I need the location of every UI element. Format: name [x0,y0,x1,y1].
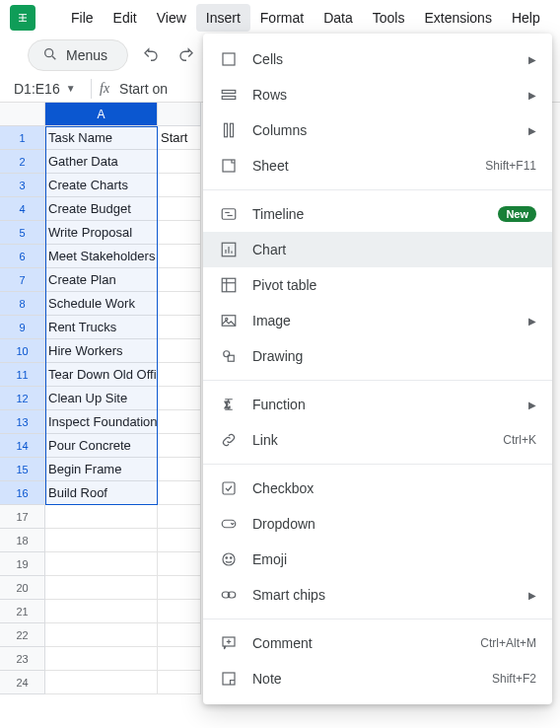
menu-help[interactable]: Help [502,4,550,32]
cell-a4[interactable]: Create Budget [45,197,158,221]
menu-search[interactable]: Menus [28,39,128,71]
cell-a7[interactable]: Create Plan [45,268,158,292]
cell-b1[interactable]: Start [158,126,201,150]
cell-a13[interactable]: Inspect Foundation [45,410,158,434]
row-header[interactable]: 4 [0,197,45,221]
menu-item-cells[interactable]: Cells▶ [203,41,552,77]
cell-a18[interactable] [45,529,158,552]
cell-b12[interactable] [158,387,201,410]
menu-extensions[interactable]: Extensions [414,4,501,32]
cell-b10[interactable] [158,339,201,363]
cell-b18[interactable] [158,529,201,552]
row-header[interactable]: 16 [0,481,45,505]
menu-tools[interactable]: Tools [363,4,415,32]
cell-b7[interactable] [158,268,201,292]
cell-b4[interactable] [158,197,201,221]
cell-b15[interactable] [158,458,201,481]
menu-item-note[interactable]: NoteShift+F2 [203,661,552,696]
row-header[interactable]: 24 [0,671,45,694]
row-header[interactable]: 6 [0,245,45,268]
cell-b3[interactable] [158,174,201,197]
menu-item-emoji[interactable]: Emoji [203,542,552,577]
sheets-logo-icon[interactable] [10,5,35,31]
cell-a3[interactable]: Create Charts [45,174,158,197]
cell-a19[interactable] [45,552,158,576]
cell-a5[interactable]: Write Proposal [45,221,158,245]
cell-b2[interactable] [158,150,201,174]
cell-b8[interactable] [158,292,201,316]
row-header[interactable]: 22 [0,623,45,647]
cell-a21[interactable] [45,600,158,623]
menu-item-chart[interactable]: Chart [203,232,552,267]
cell-a12[interactable]: Clean Up Site [45,387,158,410]
cell-b16[interactable] [158,481,201,505]
row-header[interactable]: 9 [0,316,45,339]
name-box[interactable]: D1:E16 ▼ [14,81,83,97]
cell-a22[interactable] [45,623,158,647]
menu-item-smart-chips[interactable]: Smart chips▶ [203,577,552,613]
cell-a24[interactable] [45,671,158,694]
cell-b20[interactable] [158,576,201,600]
menu-item-link[interactable]: LinkCtrl+K [203,422,552,458]
row-header[interactable]: 3 [0,174,45,197]
cell-b21[interactable] [158,600,201,623]
column-header-a[interactable]: A [45,103,158,126]
cell-a2[interactable]: Gather Data [45,150,158,174]
menu-item-sheet[interactable]: SheetShift+F11 [203,148,552,183]
cell-b11[interactable] [158,363,201,387]
cell-b13[interactable] [158,410,201,434]
redo-button[interactable] [174,42,199,68]
select-all-corner[interactable] [0,103,45,126]
row-header[interactable]: 11 [0,363,45,387]
row-header[interactable]: 23 [0,647,45,671]
row-header[interactable]: 12 [0,387,45,410]
cell-b6[interactable] [158,245,201,268]
row-header[interactable]: 19 [0,552,45,576]
row-header[interactable]: 18 [0,529,45,552]
menu-item-rows[interactable]: Rows▶ [203,77,552,112]
cell-a9[interactable]: Rent Trucks [45,316,158,339]
menu-file[interactable]: File [61,4,104,32]
cell-a23[interactable] [45,647,158,671]
row-header[interactable]: 17 [0,505,45,529]
cell-a6[interactable]: Meet Stakeholders [45,245,158,268]
cell-b14[interactable] [158,434,201,458]
row-header[interactable]: 8 [0,292,45,316]
menu-item-checkbox[interactable]: Checkbox [203,471,552,506]
menu-edit[interactable]: Edit [104,4,147,32]
row-header[interactable]: 10 [0,339,45,363]
formula-value[interactable]: Start on [119,81,168,97]
menu-view[interactable]: View [147,4,196,32]
cell-b24[interactable] [158,671,201,694]
cell-a15[interactable]: Begin Frame [45,458,158,481]
cell-a16[interactable]: Build Roof [45,481,158,505]
menu-item-pivot-table[interactable]: Pivot table [203,267,552,303]
cell-a17[interactable] [45,505,158,529]
column-header-b[interactable] [158,103,201,126]
undo-button[interactable] [138,42,164,68]
row-header[interactable]: 13 [0,410,45,434]
menu-format[interactable]: Format [250,4,314,32]
cell-a20[interactable] [45,576,158,600]
cell-b17[interactable] [158,505,201,529]
row-header[interactable]: 1 [0,126,45,150]
menu-item-image[interactable]: Image▶ [203,303,552,338]
menu-item-comment[interactable]: CommentCtrl+Alt+M [203,625,552,661]
row-header[interactable]: 5 [0,221,45,245]
cell-b5[interactable] [158,221,201,245]
menu-item-columns[interactable]: Columns▶ [203,112,552,148]
cell-a1[interactable]: Task Name [45,126,158,150]
menu-item-drawing[interactable]: Drawing [203,338,552,374]
menu-insert[interactable]: Insert [196,4,250,32]
row-header[interactable]: 21 [0,600,45,623]
cell-a10[interactable]: Hire Workers [45,339,158,363]
cell-b19[interactable] [158,552,201,576]
menu-item-function[interactable]: ΣFunction▶ [203,387,552,422]
row-header[interactable]: 20 [0,576,45,600]
menu-data[interactable]: Data [314,4,363,32]
menu-item-timeline[interactable]: TimelineNew [203,196,552,232]
row-header[interactable]: 15 [0,458,45,481]
row-header[interactable]: 2 [0,150,45,174]
cell-b23[interactable] [158,647,201,671]
row-header[interactable]: 14 [0,434,45,458]
